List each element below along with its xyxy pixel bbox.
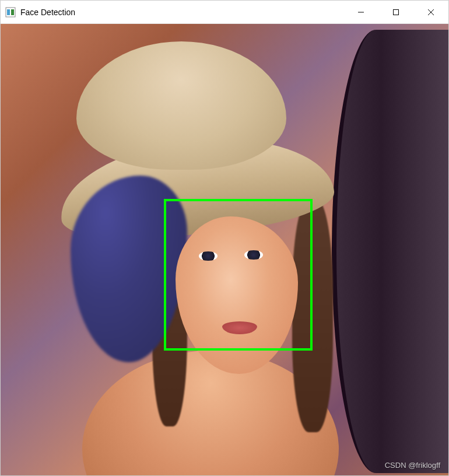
face-shape <box>176 216 298 374</box>
hair-shape <box>292 199 333 432</box>
maximize-button[interactable] <box>378 1 413 23</box>
close-button[interactable] <box>413 1 448 23</box>
svg-rect-4 <box>394 9 399 15</box>
eye-shape <box>199 251 218 261</box>
titlebar[interactable]: Face Detection <box>1 1 448 24</box>
displayed-image: CSDN @friklogff <box>1 24 448 475</box>
window-controls <box>343 1 448 23</box>
mirror-shape <box>332 30 448 473</box>
hat-crown-shape <box>76 41 286 170</box>
app-icon <box>5 7 16 18</box>
close-icon <box>427 9 434 16</box>
eye-shape <box>244 250 263 260</box>
svg-rect-1 <box>7 9 10 15</box>
window-title: Face Detection <box>20 8 343 17</box>
svg-rect-2 <box>11 9 14 15</box>
image-background <box>1 24 448 475</box>
minimize-button[interactable] <box>343 1 378 23</box>
app-window: Face Detection <box>0 0 449 476</box>
maximize-icon <box>392 9 399 16</box>
image-viewport: CSDN @friklogff <box>1 24 448 475</box>
minimize-icon <box>357 9 364 16</box>
